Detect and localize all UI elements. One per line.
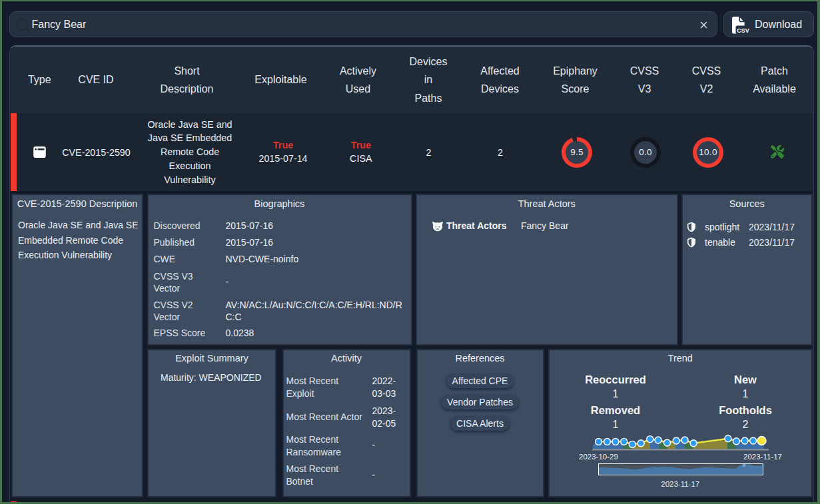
svg-text:CSV: CSV <box>737 27 749 33</box>
